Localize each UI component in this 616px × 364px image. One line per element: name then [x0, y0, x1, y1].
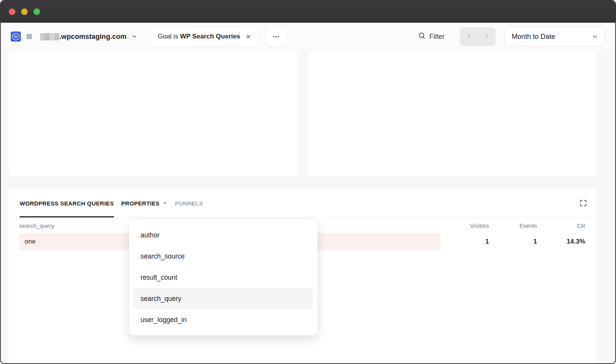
svg-text:W: W — [14, 34, 18, 39]
goal-filter-pill[interactable]: Goal is WP Search Queries × — [151, 27, 258, 47]
header-right-group: Filter Month to Date — [418, 27, 605, 47]
goal-filter-prefix: Goal is — [158, 33, 180, 40]
zoom-window-button[interactable] — [33, 8, 40, 15]
close-window-button[interactable] — [9, 8, 15, 15]
row-name: one — [25, 238, 35, 245]
chevron-down-icon — [591, 33, 598, 40]
minimize-window-button[interactable] — [21, 8, 28, 15]
menu-item-user-logged-in[interactable]: user_logged_in — [129, 309, 318, 331]
chart-card-left — [8, 51, 297, 176]
chevron-down-icon — [131, 33, 137, 40]
date-range-select[interactable]: Month to Date — [505, 27, 605, 47]
menu-item-result-count[interactable]: result_count — [129, 267, 318, 288]
row-events-value: 1 — [489, 238, 537, 245]
prev-period-button[interactable] — [460, 27, 478, 46]
remove-filter-icon[interactable]: × — [246, 33, 251, 40]
date-range-value: Month to Date — [512, 33, 555, 41]
column-header-visitors: Visitors — [441, 222, 489, 229]
redacted-site-prefix — [40, 33, 59, 40]
chevron-down-icon — [162, 200, 167, 207]
expand-icon[interactable] — [579, 199, 588, 207]
row-cr-value: 14.3% — [537, 238, 585, 245]
filter-button-label: Filter — [429, 33, 445, 41]
date-nav-group — [460, 27, 495, 46]
redacted-favicon — [27, 34, 32, 39]
filter-button[interactable]: Filter — [418, 32, 445, 42]
site-domain: .wpcomstaging.com — [59, 33, 127, 41]
tab-wordpress-search-queries[interactable]: WORDPRESS SEARCH QUERIES — [20, 189, 114, 217]
goal-filter-value: WP Search Queries — [180, 33, 240, 40]
menu-item-search-query[interactable]: search_query — [134, 288, 313, 309]
app-window: W .wpcomstaging.com Goal is WP Search Qu… — [0, 0, 616, 364]
column-header-events: Events — [489, 222, 537, 229]
next-period-button[interactable] — [478, 27, 495, 46]
row-visitors-value: 1 — [441, 238, 489, 245]
macos-titlebar — [1, 1, 615, 23]
report-tabs: WORDPRESS SEARCH QUERIES PROPERTIES FUNN… — [8, 189, 597, 218]
menu-item-search-source[interactable]: search_source — [129, 246, 318, 267]
dashboard-main: WORDPRESS SEARCH QUERIES PROPERTIES FUNN… — [1, 51, 615, 363]
menu-item-author[interactable]: author — [129, 225, 318, 246]
search-queries-card: WORDPRESS SEARCH QUERIES PROPERTIES FUNN… — [8, 189, 597, 363]
properties-dropdown-menu: author search_source result_count search… — [129, 220, 318, 336]
dashboard-header: W .wpcomstaging.com Goal is WP Search Qu… — [1, 23, 615, 51]
wordpress-icon: W — [11, 32, 21, 42]
site-selector[interactable]: W .wpcomstaging.com — [11, 32, 137, 42]
chart-card-right — [308, 51, 597, 176]
search-icon — [418, 32, 426, 42]
column-header-cr: CR — [537, 222, 585, 229]
more-filters-button[interactable]: ... — [266, 27, 287, 47]
tab-properties[interactable]: PROPERTIES — [121, 189, 168, 217]
tab-funnels[interactable]: FUNNELS — [175, 189, 203, 217]
tab-properties-label: PROPERTIES — [121, 200, 160, 207]
